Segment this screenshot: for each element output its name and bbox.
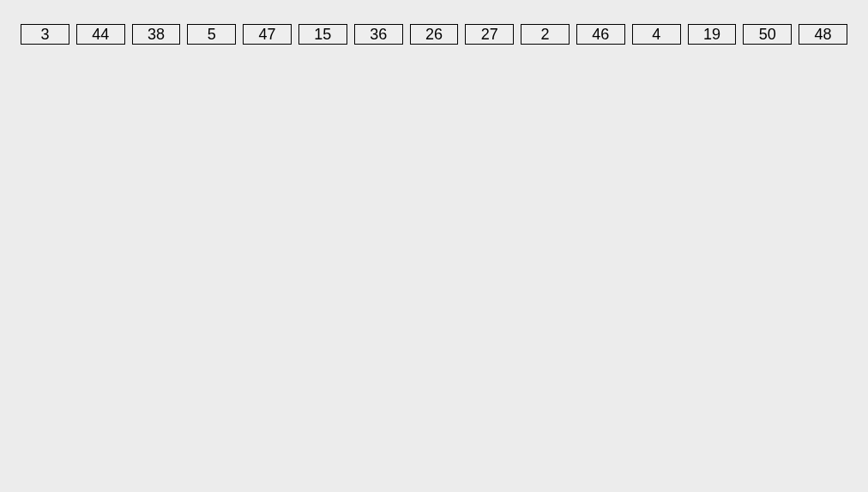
- number-box: 15: [298, 24, 347, 45]
- number-box: 38: [132, 24, 181, 45]
- number-box: 46: [576, 24, 625, 45]
- number-box: 48: [799, 24, 847, 45]
- number-row: 3 44 38 5 47 15 36 26 27 2 46 4 19 50 48: [0, 0, 868, 69]
- number-box: 36: [354, 24, 403, 45]
- number-box: 19: [688, 24, 737, 45]
- number-box: 44: [76, 24, 125, 45]
- number-box: 47: [243, 24, 292, 45]
- number-box: 5: [187, 24, 236, 45]
- number-box: 4: [632, 24, 681, 45]
- number-box: 50: [743, 24, 792, 45]
- number-box: 26: [410, 24, 459, 45]
- number-box: 3: [21, 24, 69, 45]
- number-box: 2: [521, 24, 570, 45]
- number-box: 27: [465, 24, 514, 45]
